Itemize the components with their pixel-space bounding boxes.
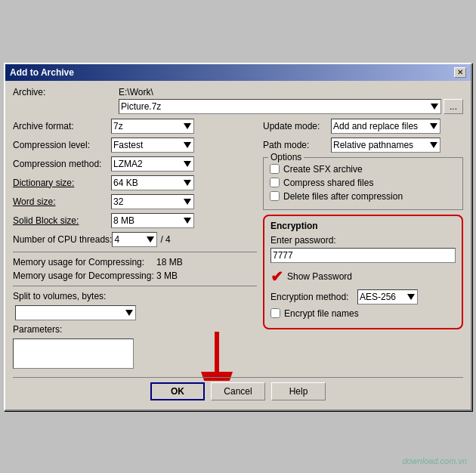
delete-files-row: Delete files after compression (270, 191, 456, 202)
divider-1 (13, 252, 257, 252)
mem-compress-value: 18 MB (156, 257, 183, 267)
show-password-row: ✔ Show Password (270, 267, 456, 286)
enc-method-label: Encryption method: (270, 292, 357, 302)
delete-files-label: Delete files after compression (283, 191, 403, 202)
sfx-checkbox[interactable] (270, 164, 280, 174)
mem-decompress-row: Memory usage for Decompressing: 3 MB (13, 271, 257, 281)
split-label: Split to volumes, bytes: (13, 291, 111, 301)
dictionary-select[interactable]: 64 KB (111, 175, 194, 190)
word-row: Word size: 32 (13, 194, 257, 209)
params-input[interactable] (13, 339, 134, 369)
cpu-threads-select[interactable]: 4 (112, 232, 157, 247)
compression-method-row: Compression method: LZMA2 (13, 156, 257, 172)
compression-level-label: Compression level: (13, 140, 111, 150)
update-mode-label: Update mode: (263, 121, 331, 131)
cpu-threads-max: / 4 (160, 234, 170, 245)
params-label: Parameters: (13, 324, 111, 335)
encryption-title: Encryption (270, 221, 456, 231)
cpu-threads-row: Number of CPU threads: 4 / 4 (13, 232, 257, 247)
button-row: OK Cancel Help (13, 377, 463, 403)
mem-compress-row: Memory usage for Compressing: 18 MB (13, 257, 257, 267)
split-input-row (13, 305, 257, 320)
ok-button[interactable]: OK (150, 382, 205, 400)
browse-button[interactable]: ... (444, 99, 463, 114)
enc-method-select[interactable]: AES-256 (357, 289, 418, 305)
split-row: Split to volumes, bytes: (13, 291, 257, 301)
compression-method-select[interactable]: LZMA2 (111, 156, 194, 172)
format-row: Archive format: 7z (13, 119, 257, 134)
divider-2 (13, 286, 257, 286)
cpu-threads-label: Number of CPU threads: (13, 234, 112, 245)
compress-shared-row: Compress shared files (270, 178, 456, 188)
split-select[interactable] (15, 305, 136, 320)
dictionary-label: Dictionary size: (13, 178, 111, 188)
enc-names-row: Encrypt file names (270, 308, 456, 319)
mem-compress-label: Memory usage for Compressing: (13, 257, 156, 267)
params-label-row: Parameters: (13, 324, 257, 335)
enc-names-checkbox[interactable] (270, 308, 280, 318)
left-panel: Archive format: 7z Compression level: Fa… (13, 119, 257, 371)
window-title: Add to Archive (10, 67, 74, 78)
dictionary-row: Dictionary size: 64 KB (13, 175, 257, 190)
archive-path-input[interactable]: Picture.7z (119, 99, 441, 114)
watermark: download.com.vn (402, 456, 467, 465)
help-button[interactable]: Help (271, 382, 326, 400)
compression-method-label: Compression method: (13, 159, 111, 169)
password-label: Enter password: (270, 235, 456, 246)
compress-shared-label: Compress shared files (283, 178, 373, 188)
path-mode-select[interactable]: Relative pathnames (331, 138, 440, 153)
compress-shared-checkbox[interactable] (270, 178, 280, 187)
solid-block-select[interactable]: 8 MB (111, 213, 194, 228)
checkmark-icon: ✔ (270, 267, 283, 286)
close-button[interactable]: ✕ (454, 67, 466, 78)
title-bar: Add to Archive ✕ (5, 64, 471, 81)
window-body: Archive: E:\Work\ Picture.7z ... Archive… (5, 81, 471, 410)
solid-block-row: Solid Block size: 8 MB (13, 213, 257, 228)
cancel-button[interactable]: Cancel (211, 382, 265, 400)
encryption-group: Encryption Enter password: ✔ Show Passwo… (263, 215, 463, 329)
sfx-option-row: Create SFX archive (270, 164, 456, 175)
word-select[interactable]: 32 (111, 194, 194, 209)
word-label: Word size: (13, 196, 111, 207)
update-mode-row: Update mode: Add and replace files (263, 119, 463, 134)
archive-path-row: Picture.7z ... (13, 99, 463, 114)
compression-level-select[interactable]: Fastest (111, 138, 194, 153)
sfx-label: Create SFX archive (283, 164, 363, 175)
archive-label: Archive: (13, 87, 119, 97)
options-group-title: Options (268, 152, 304, 162)
update-mode-select[interactable]: Add and replace files (331, 119, 440, 134)
enc-names-label: Encrypt file names (284, 308, 359, 319)
format-select[interactable]: 7z (111, 119, 194, 134)
options-group: Options Create SFX archive Compress shar… (263, 157, 463, 210)
delete-files-checkbox[interactable] (270, 191, 280, 201)
button-area: OK Cancel Help (13, 377, 463, 403)
mem-decompress-label: Memory usage for Decompressing: (13, 271, 156, 281)
archive-path-label: E:\Work\ (119, 87, 153, 97)
right-panel: Update mode: Add and replace files Path … (263, 119, 463, 371)
mem-decompress-value: 3 MB (156, 271, 178, 281)
enc-method-row: Encryption method: AES-256 (270, 289, 456, 305)
main-window: Add to Archive ✕ Archive: E:\Work\ Pictu… (4, 63, 472, 411)
path-mode-label: Path mode: (263, 140, 331, 150)
archive-label-row: Archive: E:\Work\ (13, 87, 463, 97)
compression-level-row: Compression level: Fastest (13, 138, 257, 153)
format-label: Archive format: (13, 121, 111, 131)
main-area: Archive format: 7z Compression level: Fa… (13, 119, 463, 371)
solid-block-label: Solid Block size: (13, 215, 111, 226)
show-password-label: Show Password (287, 271, 352, 282)
path-mode-row: Path mode: Relative pathnames (263, 138, 463, 153)
password-input[interactable] (270, 248, 456, 263)
params-input-row (13, 339, 257, 371)
